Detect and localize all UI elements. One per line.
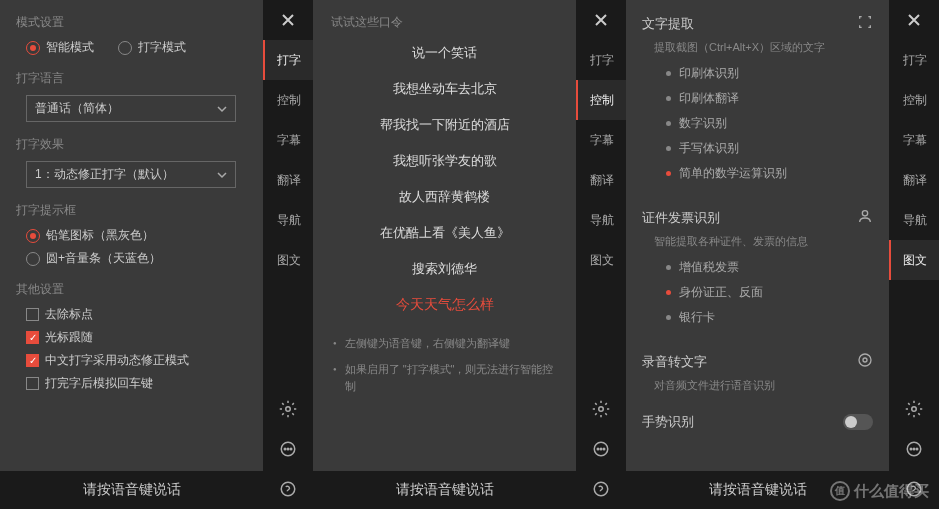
tab-nav[interactable]: 导航 — [889, 200, 939, 240]
tab-subtitle[interactable]: 字幕 — [263, 120, 313, 160]
commands-panel: 试试这些口令 说一个笑话 我想坐动车去北京 帮我找一下附近的酒店 我想听张学友的… — [313, 0, 576, 509]
svg-point-2 — [284, 448, 286, 450]
help-icon — [279, 480, 297, 498]
command-item[interactable]: 我想听张学友的歌 — [393, 143, 497, 179]
effect-section-title: 打字效果 — [16, 136, 247, 153]
hint-text: 左侧键为语音键，右侧键为翻译键 — [345, 335, 510, 353]
extract-print-trans[interactable]: 印刷体翻译 — [666, 86, 873, 111]
audio-sub: 对音频文件进行语音识别 — [626, 376, 889, 399]
command-item-hot[interactable]: 今天天气怎么样 — [396, 287, 494, 323]
language-select[interactable]: 普通话（简体） — [26, 95, 236, 122]
hint-pencil-radio[interactable]: 铅笔图标（黑灰色） — [26, 227, 247, 244]
mode-type-radio[interactable]: 打字模式 — [118, 39, 186, 56]
tab-control[interactable]: 控制 — [889, 80, 939, 120]
help-button[interactable] — [576, 469, 626, 509]
tab-image-text[interactable]: 图文 — [889, 240, 939, 280]
check-cursor-follow[interactable]: ✓ 光标跟随 — [26, 329, 247, 346]
dot-icon — [666, 315, 671, 320]
item-label: 身份证正、反面 — [679, 284, 763, 301]
dot-icon — [666, 171, 671, 176]
settings-button[interactable] — [576, 389, 626, 429]
extract-handwrite[interactable]: 手写体识别 — [666, 136, 873, 161]
tab-translate[interactable]: 翻译 — [263, 160, 313, 200]
svg-point-15 — [912, 407, 917, 412]
tab-control[interactable]: 控制 — [576, 80, 626, 120]
item-label: 数字识别 — [679, 115, 727, 132]
extract-print-recog[interactable]: 印刷体识别 — [666, 61, 873, 86]
item-label: 印刷体识别 — [679, 65, 739, 82]
doc-bankcard[interactable]: 银行卡 — [666, 305, 873, 330]
dot-icon — [666, 121, 671, 126]
radio-icon — [118, 41, 132, 55]
mode-smart-label: 智能模式 — [46, 39, 94, 56]
check-label: 去除标点 — [45, 306, 93, 323]
gesture-toggle[interactable] — [843, 414, 873, 430]
help-button[interactable] — [889, 469, 939, 509]
doc-action-button[interactable] — [857, 208, 873, 228]
settings-button[interactable] — [263, 389, 313, 429]
check-label: 中文打字采用动态修正模式 — [45, 352, 189, 369]
close-button[interactable] — [263, 0, 313, 40]
check-dynamic-mode[interactable]: ✓ 中文打字采用动态修正模式 — [26, 352, 247, 369]
hint-section-title: 打字提示框 — [16, 202, 247, 219]
extract-number[interactable]: 数字识别 — [666, 111, 873, 136]
doc-id[interactable]: 身份证正、反面 — [666, 280, 873, 305]
command-item[interactable]: 我想坐动车去北京 — [393, 71, 497, 107]
tab-image-text[interactable]: 图文 — [263, 240, 313, 280]
help-icon — [905, 480, 923, 498]
check-remove-punct[interactable]: 去除标点 — [26, 306, 247, 323]
capture-icon — [857, 14, 873, 30]
command-item[interactable]: 故人西辞黄鹤楼 — [399, 179, 490, 215]
chat-button[interactable] — [263, 429, 313, 469]
svg-point-17 — [910, 448, 912, 450]
help-icon — [592, 480, 610, 498]
tab-typing[interactable]: 打字 — [576, 40, 626, 80]
tab-image-text[interactable]: 图文 — [576, 240, 626, 280]
lang-section-title: 打字语言 — [16, 70, 247, 87]
check-enter-sim[interactable]: 打完字后模拟回车键 — [26, 375, 247, 392]
command-item[interactable]: 搜索刘德华 — [412, 251, 477, 287]
command-item[interactable]: 说一个笑话 — [412, 35, 477, 71]
tab-translate[interactable]: 翻译 — [889, 160, 939, 200]
tab-control[interactable]: 控制 — [263, 80, 313, 120]
text-extract-sub: 提取截图（Ctrl+Alt+X）区域的文字 — [626, 38, 889, 61]
tab-translate[interactable]: 翻译 — [576, 160, 626, 200]
help-button[interactable] — [263, 469, 313, 509]
audio-action-button[interactable] — [857, 352, 873, 372]
tab-nav[interactable]: 导航 — [576, 200, 626, 240]
item-label: 简单的数学运算识别 — [679, 165, 787, 182]
effect-select[interactable]: 1：动态修正打字（默认） — [26, 161, 236, 188]
close-button[interactable] — [889, 0, 939, 40]
settings-button[interactable] — [889, 389, 939, 429]
tab-typing[interactable]: 打字 — [889, 40, 939, 80]
tab-typing[interactable]: 打字 — [263, 40, 313, 80]
tab-subtitle[interactable]: 字幕 — [889, 120, 939, 160]
tab-subtitle[interactable]: 字幕 — [576, 120, 626, 160]
tab-nav[interactable]: 导航 — [263, 200, 313, 240]
chat-button[interactable] — [576, 429, 626, 469]
chat-icon — [279, 440, 297, 458]
dot-icon — [666, 265, 671, 270]
screenshot-button[interactable] — [857, 14, 873, 34]
chat-button[interactable] — [889, 429, 939, 469]
checkbox-icon — [26, 308, 39, 321]
doc-vat[interactable]: 增值税发票 — [666, 255, 873, 280]
person-icon — [857, 208, 873, 224]
dot-icon — [666, 96, 671, 101]
voice-prompt: 请按语音键说话 — [626, 471, 889, 509]
mode-smart-radio[interactable]: 智能模式 — [26, 39, 94, 56]
doc-recog-sub: 智能提取各种证件、发票的信息 — [626, 232, 889, 255]
voice-prompt: 请按语音键说话 — [0, 471, 263, 509]
svg-point-19 — [916, 448, 918, 450]
settings-panel: 模式设置 智能模式 打字模式 打字语言 普通话（简体） 打字效果 — [0, 0, 263, 509]
item-label: 手写体识别 — [679, 140, 739, 157]
hint-circle-radio[interactable]: 圆+音量条（天蓝色） — [26, 250, 247, 267]
command-item[interactable]: 在优酷上看《美人鱼》 — [380, 215, 510, 251]
close-button[interactable] — [576, 0, 626, 40]
bullet-icon: ● — [333, 339, 337, 353]
extract-math[interactable]: 简单的数学运算识别 — [666, 161, 873, 186]
language-value: 普通话（简体） — [35, 100, 119, 117]
hint-item: ● 左侧键为语音键，右侧键为翻译键 — [333, 335, 556, 353]
command-item[interactable]: 帮我找一下附近的酒店 — [380, 107, 510, 143]
svg-point-18 — [913, 448, 915, 450]
